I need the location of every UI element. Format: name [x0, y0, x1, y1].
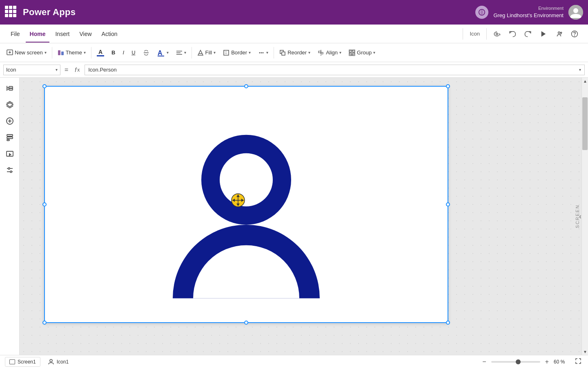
fullscreen-btn[interactable]	[573, 357, 583, 366]
handle-top-left[interactable]	[42, 84, 47, 88]
svg-rect-46	[7, 139, 9, 141]
reorder-btn[interactable]: Reorder ▾	[276, 48, 314, 58]
align-btn[interactable]: Align ▾	[314, 48, 345, 58]
fill-btn[interactable]: Fill ▾	[194, 48, 219, 58]
controls-icon	[6, 166, 14, 174]
reorder-icon	[279, 49, 286, 56]
theme-btn[interactable]: Theme ▾	[54, 48, 89, 58]
redo-icon	[524, 30, 532, 38]
align-text-btn[interactable]: ▾	[173, 48, 189, 58]
font-color-btn[interactable]: A	[94, 47, 107, 58]
zoom-slider-thumb[interactable]	[516, 359, 521, 364]
screen-canvas[interactable]	[44, 86, 448, 323]
handle-bottom-left[interactable]	[42, 321, 47, 325]
svg-rect-12	[58, 50, 60, 55]
menu-item-home[interactable]: Home	[26, 28, 50, 40]
align2-icon	[318, 49, 324, 56]
icon1-tab[interactable]: Icon1	[44, 357, 73, 367]
text-color-caret: ▾	[167, 50, 169, 55]
icon1-tab-icon	[48, 359, 54, 365]
svg-point-6	[561, 32, 562, 33]
menu-item-file[interactable]: File	[7, 28, 24, 40]
strikethrough-btn[interactable]	[140, 48, 153, 58]
svg-rect-32	[352, 50, 355, 52]
fill-caret: ▾	[214, 50, 216, 55]
env-name: Greg Lindhorst's Environment	[493, 12, 564, 19]
right-panel-toggle[interactable]: ‹	[579, 212, 581, 221]
waffle-menu-icon[interactable]	[5, 6, 18, 19]
sidebar-item-data[interactable]	[2, 130, 17, 145]
undo-icon	[509, 30, 516, 38]
undo-btn[interactable]	[506, 29, 519, 39]
theme-caret: ▾	[84, 50, 86, 55]
sidebar-item-media[interactable]	[2, 146, 17, 161]
scroll-track[interactable]	[582, 84, 588, 348]
fx-button[interactable]: f x	[72, 66, 82, 74]
handle-bottom-right[interactable]	[446, 321, 450, 325]
new-screen-icon	[7, 49, 13, 56]
new-screen-label: New screen	[15, 49, 43, 56]
text-color-icon: A	[157, 49, 165, 57]
sidebar-item-controls[interactable]	[2, 163, 17, 177]
user-avatar[interactable]	[568, 5, 583, 20]
bold-btn[interactable]: B	[108, 48, 118, 57]
sidebar-item-add[interactable]	[2, 114, 17, 128]
font-color-line	[97, 55, 104, 56]
handle-top-center[interactable]	[244, 84, 248, 88]
theme-label: Theme	[66, 49, 82, 56]
more-caret: ▾	[266, 50, 268, 55]
text-color-btn[interactable]: A ▾	[154, 47, 172, 58]
vertical-scrollbar[interactable]: ▲ ▼	[581, 78, 588, 355]
handle-middle-right[interactable]	[446, 202, 450, 206]
more-btn[interactable]: ▾	[255, 48, 272, 58]
tree-view-icon	[6, 84, 14, 92]
underline-btn[interactable]: U	[128, 48, 138, 57]
menubar: File Home Insert View Action Icon	[0, 25, 588, 43]
person-icon-container[interactable]	[169, 127, 324, 300]
app-title: Power Apps	[23, 7, 76, 18]
border-btn[interactable]: Border ▾	[220, 48, 254, 58]
svg-point-3	[496, 33, 498, 35]
scroll-thumb[interactable]	[582, 97, 588, 150]
zoom-minus-btn[interactable]: −	[481, 357, 488, 366]
zoom-slider[interactable]	[491, 361, 540, 363]
help-btn[interactable]	[568, 29, 581, 39]
help-icon-btn[interactable]	[490, 29, 504, 39]
play-btn[interactable]	[537, 29, 550, 39]
env-label: Environment	[493, 5, 564, 11]
formula-value: Icon.Person	[88, 67, 116, 73]
theme-icon	[58, 49, 64, 56]
data-icon	[6, 133, 14, 141]
handle-top-right[interactable]	[446, 84, 450, 88]
group-btn[interactable]: Group ▾	[345, 48, 379, 58]
group-icon	[349, 49, 355, 56]
sidebar-item-layers[interactable]	[2, 97, 17, 112]
scroll-down-arrow[interactable]: ▼	[582, 348, 588, 355]
redo-btn[interactable]	[521, 29, 535, 39]
handle-bottom-center[interactable]	[244, 321, 248, 325]
italic-btn[interactable]: I	[120, 48, 128, 57]
menu-item-insert[interactable]: Insert	[51, 28, 74, 40]
move-cursor-indicator[interactable]	[230, 192, 246, 209]
fill-label: Fill	[205, 49, 212, 56]
sidebar-item-tree-view[interactable]	[2, 81, 17, 96]
screen1-tab[interactable]: Screen1	[5, 357, 40, 367]
share-btn[interactable]	[552, 29, 566, 39]
zoom-plus-btn[interactable]: +	[543, 357, 550, 366]
name-box-caret: ▾	[56, 67, 58, 72]
name-box[interactable]: Icon ▾	[3, 65, 60, 75]
menu-item-action[interactable]: Action	[98, 28, 122, 40]
border-label: Border	[231, 49, 247, 56]
border-caret: ▾	[249, 50, 251, 55]
handle-middle-left[interactable]	[42, 202, 47, 206]
separator	[463, 28, 463, 40]
svg-rect-44	[7, 135, 13, 136]
help-icon	[571, 30, 578, 38]
menu-item-view[interactable]: View	[75, 28, 96, 40]
new-screen-btn[interactable]: New screen ▾	[3, 48, 50, 58]
scroll-up-arrow[interactable]: ▲	[582, 78, 588, 84]
group-caret: ▾	[373, 50, 375, 55]
canvas-area[interactable]: ▲ ▼ SCREEN ‹	[20, 78, 588, 355]
formula-input[interactable]: Icon.Person ▾	[85, 65, 585, 75]
screen1-tab-label: Screen1	[18, 359, 36, 365]
